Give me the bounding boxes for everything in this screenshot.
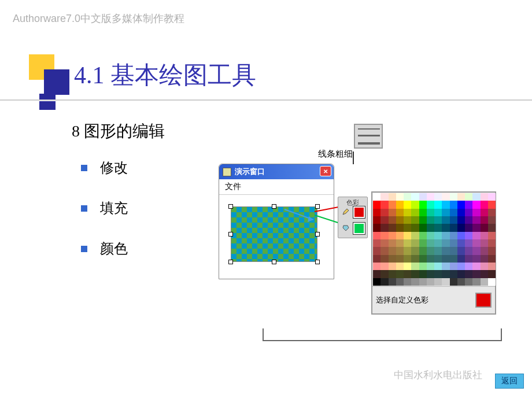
palette-cell[interactable] — [481, 201, 488, 208]
resize-handle[interactable] — [272, 204, 276, 209]
palette-cell[interactable] — [457, 263, 465, 270]
resize-handle[interactable] — [315, 204, 320, 209]
palette-cell[interactable] — [488, 193, 496, 201]
palette-cell[interactable] — [488, 278, 496, 286]
palette-cell[interactable] — [411, 224, 419, 231]
resize-handle[interactable] — [228, 204, 233, 209]
palette-cell[interactable] — [411, 193, 419, 201]
demo-titlebar[interactable]: 演示窗口 ✕ — [219, 164, 334, 179]
palette-cell[interactable] — [450, 278, 457, 286]
palette-cell[interactable] — [380, 270, 388, 278]
palette-cell[interactable] — [472, 270, 480, 278]
palette-cell[interactable] — [396, 247, 404, 254]
palette-cell[interactable] — [373, 224, 380, 231]
palette-cell[interactable] — [389, 216, 396, 224]
palette-cell[interactable] — [396, 278, 404, 286]
palette-cell[interactable] — [465, 239, 472, 247]
palette-cell[interactable] — [389, 239, 396, 247]
palette-cell[interactable] — [427, 278, 434, 286]
palette-cell[interactable] — [380, 263, 388, 270]
palette-cell[interactable] — [457, 247, 465, 254]
palette-cell[interactable] — [373, 201, 380, 208]
palette-cell[interactable] — [450, 270, 457, 278]
palette-cell[interactable] — [481, 216, 488, 224]
palette-cell[interactable] — [442, 255, 449, 263]
palette-cell[interactable] — [427, 209, 434, 216]
palette-cell[interactable] — [373, 232, 380, 239]
palette-cell[interactable] — [389, 255, 396, 263]
palette-cell[interactable] — [404, 209, 411, 216]
resize-handle[interactable] — [272, 260, 276, 264]
resize-handle[interactable] — [315, 260, 320, 264]
palette-cell[interactable] — [380, 193, 388, 201]
palette-cell[interactable] — [450, 255, 457, 263]
palette-cell[interactable] — [389, 224, 396, 231]
palette-cell[interactable] — [427, 232, 434, 239]
pen-color-swatch[interactable] — [353, 206, 365, 218]
palette-cell[interactable] — [465, 270, 472, 278]
palette-cell[interactable] — [411, 255, 419, 263]
demo-canvas[interactable] — [219, 195, 334, 280]
palette-cell[interactable] — [465, 209, 472, 216]
palette-cell[interactable] — [472, 255, 480, 263]
palette-cell[interactable] — [442, 263, 449, 270]
palette-cell[interactable] — [404, 193, 411, 201]
palette-cell[interactable] — [442, 209, 449, 216]
palette-cell[interactable] — [434, 193, 442, 201]
palette-cell[interactable] — [488, 263, 496, 270]
palette-cell[interactable] — [465, 278, 472, 286]
palette-cell[interactable] — [481, 270, 488, 278]
palette-cell[interactable] — [419, 216, 427, 224]
palette-cell[interactable] — [481, 263, 488, 270]
palette-cell[interactable] — [481, 209, 488, 216]
palette-cell[interactable] — [419, 239, 427, 247]
close-button[interactable]: ✕ — [320, 166, 331, 176]
resize-handle[interactable] — [315, 232, 320, 237]
palette-cell[interactable] — [442, 270, 449, 278]
palette-cell[interactable] — [442, 201, 449, 208]
palette-cell[interactable] — [373, 247, 380, 254]
palette-cell[interactable] — [396, 224, 404, 231]
palette-cell[interactable] — [411, 216, 419, 224]
palette-cell[interactable] — [457, 224, 465, 231]
palette-cell[interactable] — [450, 201, 457, 208]
palette-cell[interactable] — [411, 247, 419, 254]
selected-rectangle[interactable] — [231, 206, 317, 262]
palette-cell[interactable] — [488, 216, 496, 224]
palette-cell[interactable] — [389, 201, 396, 208]
resize-handle[interactable] — [228, 260, 233, 264]
palette-cell[interactable] — [472, 216, 480, 224]
palette-cell[interactable] — [457, 209, 465, 216]
palette-cell[interactable] — [419, 278, 427, 286]
palette-cell[interactable] — [389, 247, 396, 254]
palette-cell[interactable] — [404, 201, 411, 208]
palette-cell[interactable] — [434, 255, 442, 263]
palette-cell[interactable] — [481, 247, 488, 254]
palette-cell[interactable] — [427, 201, 434, 208]
palette-cell[interactable] — [488, 201, 496, 208]
palette-cell[interactable] — [434, 224, 442, 231]
palette-cell[interactable] — [380, 232, 388, 239]
resize-handle[interactable] — [228, 232, 233, 237]
palette-cell[interactable] — [373, 270, 380, 278]
palette-cell[interactable] — [373, 255, 380, 263]
palette-cell[interactable] — [442, 278, 449, 286]
palette-cell[interactable] — [389, 278, 396, 286]
palette-cell[interactable] — [465, 232, 472, 239]
palette-cell[interactable] — [419, 224, 427, 231]
palette-cell[interactable] — [396, 193, 404, 201]
back-button[interactable]: 返回 — [495, 374, 524, 389]
palette-cell[interactable] — [427, 193, 434, 201]
palette-cell[interactable] — [488, 239, 496, 247]
palette-cell[interactable] — [434, 270, 442, 278]
palette-cell[interactable] — [465, 247, 472, 254]
palette-cell[interactable] — [457, 216, 465, 224]
palette-cell[interactable] — [411, 232, 419, 239]
palette-cell[interactable] — [396, 270, 404, 278]
palette-cell[interactable] — [427, 255, 434, 263]
palette-cell[interactable] — [465, 216, 472, 224]
palette-cell[interactable] — [457, 270, 465, 278]
palette-cell[interactable] — [427, 270, 434, 278]
palette-cell[interactable] — [442, 224, 449, 231]
palette-cell[interactable] — [488, 224, 496, 231]
